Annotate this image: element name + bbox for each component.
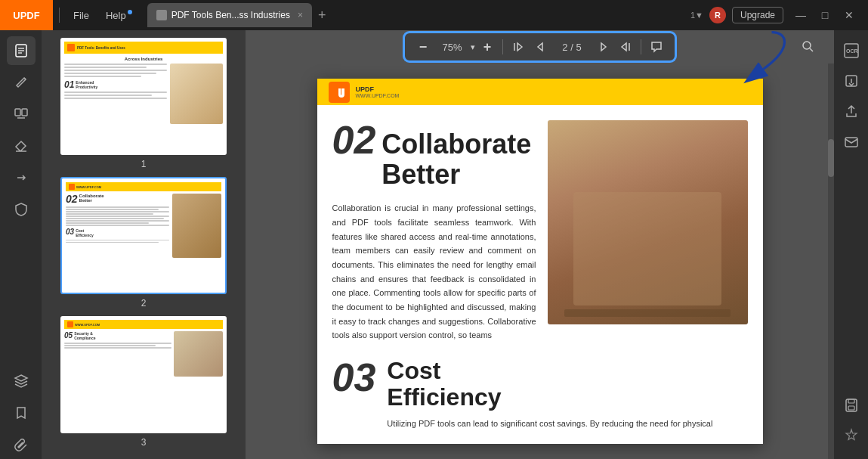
prev-page-button[interactable] bbox=[530, 36, 551, 57]
extract-button[interactable] bbox=[839, 68, 864, 94]
zoom-in-button[interactable]: + bbox=[477, 36, 498, 57]
sidebar-icon-edit[interactable] bbox=[7, 132, 36, 160]
svg-rect-15 bbox=[848, 406, 854, 410]
right-sidebar: OCR bbox=[834, 30, 868, 459]
email-button[interactable] bbox=[839, 129, 864, 154]
zoom-out-button[interactable]: − bbox=[412, 36, 434, 57]
page-header-logo: UPDF WWW.UPDF.COM bbox=[329, 82, 400, 103]
svg-text:OCR: OCR bbox=[846, 48, 858, 54]
thumbnail-1: PDF Tools: Benefits and Uses Across Indu… bbox=[49, 38, 238, 169]
upgrade-button[interactable]: Upgrade bbox=[732, 7, 783, 23]
maximize-button[interactable]: □ bbox=[814, 4, 836, 26]
section-03-body: Utilizing PDF tools can lead to signific… bbox=[387, 417, 747, 431]
user-avatar[interactable]: R bbox=[709, 7, 726, 23]
thumbnail-box-2[interactable]: WWW.UPDF.COM 02 Collaborate Better bbox=[60, 177, 227, 294]
section-02: 02 Collaborate Better Collaboration is c… bbox=[332, 120, 748, 343]
sidebar-icon-layers[interactable] bbox=[7, 367, 36, 395]
menu-help[interactable]: Help bbox=[98, 7, 140, 24]
sidebar-icon-organize[interactable] bbox=[7, 100, 36, 129]
pdf-page: UPDF WWW.UPDF.COM 02 bbox=[317, 79, 763, 444]
section-03-title: Cost Efficiency bbox=[387, 358, 747, 411]
pdf-area: − 75% ▾ + 2 / 5 bbox=[246, 30, 834, 459]
titlebar: UPDF File Help PDF Tools Ben...ss Indust… bbox=[0, 0, 868, 30]
minimize-button[interactable]: — bbox=[789, 4, 812, 26]
sidebar-icon-convert[interactable] bbox=[7, 163, 36, 192]
share-button[interactable] bbox=[839, 98, 864, 124]
page-header: UPDF WWW.UPDF.COM bbox=[317, 79, 763, 105]
section-03-number: 03 bbox=[332, 358, 376, 397]
save-button[interactable] bbox=[839, 392, 864, 418]
section-03-content: Cost Efficiency Utilizing PDF tools can … bbox=[387, 358, 747, 431]
section-02-number: 02 bbox=[332, 120, 376, 160]
pdf-scroll[interactable]: UPDF WWW.UPDF.COM 02 bbox=[246, 64, 834, 459]
left-sidebar bbox=[0, 30, 42, 459]
sidebar-icon-attachment[interactable] bbox=[7, 430, 36, 459]
first-page-button[interactable] bbox=[508, 36, 529, 57]
titlebar-divider bbox=[59, 8, 60, 23]
thumbnail-panel: PDF Tools: Benefits and Uses Across Indu… bbox=[42, 30, 246, 459]
thumbnail-3: WWW.UPDF.COM 05 Security & Compliance bbox=[49, 316, 238, 448]
tab-label: PDF Tools Ben...ss Industries bbox=[171, 10, 290, 20]
new-tab-button[interactable]: + bbox=[312, 8, 332, 23]
sidebar-icon-reader[interactable] bbox=[7, 36, 36, 65]
section-02-title: Collaborate Better bbox=[381, 129, 531, 189]
main-area: PDF Tools: Benefits and Uses Across Indu… bbox=[0, 30, 868, 459]
thumbnail-3-label: 3 bbox=[141, 437, 147, 448]
ai-button[interactable] bbox=[839, 423, 864, 448]
version-badge[interactable]: 1▼ bbox=[690, 11, 703, 20]
toolbar-right bbox=[798, 36, 819, 57]
section-03: 03 Cost Efficiency Utilizing PDF tools c… bbox=[332, 358, 748, 431]
toolbar: − 75% ▾ + 2 / 5 bbox=[246, 30, 834, 64]
titlebar-menu: File Help bbox=[66, 7, 140, 24]
pdf-scrollbar[interactable] bbox=[828, 64, 834, 459]
close-button[interactable]: ✕ bbox=[838, 4, 860, 26]
last-page-button[interactable] bbox=[615, 36, 636, 57]
active-tab[interactable]: PDF Tools Ben...ss Industries × bbox=[147, 3, 312, 27]
header-url: WWW.UPDF.COM bbox=[356, 93, 400, 98]
section-02-body: Collaboration is crucial in many profess… bbox=[332, 201, 536, 343]
comment-button[interactable] bbox=[646, 36, 667, 57]
help-dot bbox=[128, 10, 132, 14]
section-02-left: 02 Collaborate Better Collaboration is c… bbox=[332, 120, 536, 343]
titlebar-right: 1▼ R Upgrade — □ ✕ bbox=[690, 4, 860, 26]
app-logo: UPDF bbox=[0, 0, 53, 30]
section-02-image bbox=[548, 120, 748, 324]
sidebar-icon-annotation[interactable] bbox=[7, 68, 36, 97]
next-page-button[interactable] bbox=[592, 36, 613, 57]
toolbar-separator-1 bbox=[502, 39, 503, 54]
menu-file[interactable]: File bbox=[66, 7, 97, 24]
svg-rect-5 bbox=[22, 109, 27, 116]
search-button[interactable] bbox=[798, 36, 819, 57]
toolbar-separator-2 bbox=[641, 39, 641, 54]
page-display: 2 / 5 bbox=[553, 42, 591, 53]
window-controls: — □ ✕ bbox=[789, 4, 860, 26]
sidebar-icon-protect[interactable] bbox=[7, 195, 36, 224]
svg-rect-12 bbox=[845, 138, 857, 147]
thumbnail-box-1[interactable]: PDF Tools: Benefits and Uses Across Indu… bbox=[60, 38, 227, 155]
tab-pdf-icon bbox=[156, 10, 167, 20]
sidebar-icon-bookmark[interactable] bbox=[7, 399, 36, 427]
toolbar-controls: − 75% ▾ + 2 / 5 bbox=[403, 32, 676, 62]
thumbnail-1-label: 1 bbox=[141, 159, 147, 169]
zoom-dropdown[interactable]: ▾ bbox=[471, 42, 475, 52]
ocr-button[interactable]: OCR bbox=[839, 38, 864, 64]
thumbnail-2: WWW.UPDF.COM 02 Collaborate Better bbox=[49, 177, 238, 309]
zoom-value: 75% bbox=[435, 42, 469, 53]
updf-logo-small bbox=[329, 82, 350, 103]
thumbnail-box-3[interactable]: WWW.UPDF.COM 05 Security & Compliance bbox=[60, 316, 227, 433]
page-content: 02 Collaborate Better Collaboration is c… bbox=[317, 105, 763, 431]
svg-rect-4 bbox=[15, 109, 20, 116]
tab-area: PDF Tools Ben...ss Industries × + bbox=[147, 3, 690, 27]
pdf-scrollbar-thumb[interactable] bbox=[828, 139, 834, 177]
header-logo-text: UPDF bbox=[356, 85, 400, 93]
tab-close-btn[interactable]: × bbox=[298, 10, 303, 20]
svg-point-8 bbox=[803, 42, 811, 49]
thumbnail-2-label: 2 bbox=[141, 298, 147, 309]
